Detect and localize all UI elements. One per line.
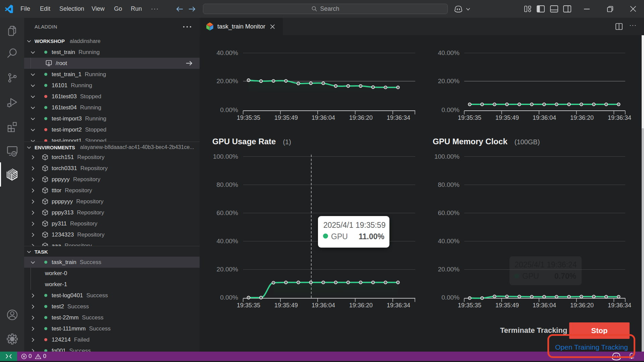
svg-text:0.00%: 0.00%	[441, 106, 460, 113]
svg-text:40.00%: 40.00%	[438, 49, 460, 56]
svg-text:80.00%: 80.00%	[438, 181, 460, 188]
svg-text:0.00%: 0.00%	[441, 294, 460, 301]
svg-text:19:35:49: 19:35:49	[495, 114, 519, 121]
svg-text:19:36:34: 19:36:34	[387, 302, 410, 309]
svg-text:19:36:20: 19:36:20	[570, 114, 594, 121]
svg-text:20.00%: 20.00%	[438, 77, 460, 85]
svg-text:20.00%: 20.00%	[438, 266, 460, 273]
svg-text:19:36:04: 19:36:04	[533, 302, 556, 309]
svg-text:40.00%: 40.00%	[217, 49, 238, 56]
svg-text:80.00%: 80.00%	[217, 181, 238, 188]
svg-text:19:36:04: 19:36:04	[312, 114, 335, 121]
svg-text:100.00%: 100.00%	[213, 153, 238, 160]
svg-text:19:36:04: 19:36:04	[533, 114, 556, 121]
svg-text:19:35:49: 19:35:49	[274, 114, 298, 121]
svg-text:19:36:20: 19:36:20	[349, 114, 373, 121]
svg-text:0.00%: 0.00%	[220, 294, 238, 301]
svg-text:19:36:20: 19:36:20	[570, 302, 594, 309]
svg-text:60.00%: 60.00%	[438, 209, 460, 216]
svg-text:40.00%: 40.00%	[438, 238, 460, 245]
svg-text:19:35:35: 19:35:35	[237, 302, 260, 309]
svg-text:19:36:04: 19:36:04	[312, 302, 335, 309]
svg-text:100.00%: 100.00%	[434, 153, 460, 160]
svg-text:19:36:34: 19:36:34	[387, 114, 410, 121]
svg-text:19:35:49: 19:35:49	[274, 302, 298, 309]
svg-text:19:35:35: 19:35:35	[458, 302, 481, 309]
svg-text:40.00%: 40.00%	[217, 238, 238, 245]
svg-text:19:35:49: 19:35:49	[495, 302, 519, 309]
svg-text:60.00%: 60.00%	[217, 209, 238, 216]
svg-text:19:36:34: 19:36:34	[608, 114, 631, 121]
svg-text:19:35:35: 19:35:35	[458, 114, 481, 121]
svg-text:19:36:34: 19:36:34	[608, 302, 631, 309]
svg-text:19:35:35: 19:35:35	[237, 114, 260, 121]
svg-text:20.00%: 20.00%	[217, 266, 238, 273]
svg-text:20.00%: 20.00%	[217, 77, 238, 85]
svg-text:0.00%: 0.00%	[220, 106, 238, 113]
svg-text:19:36:20: 19:36:20	[349, 302, 373, 309]
